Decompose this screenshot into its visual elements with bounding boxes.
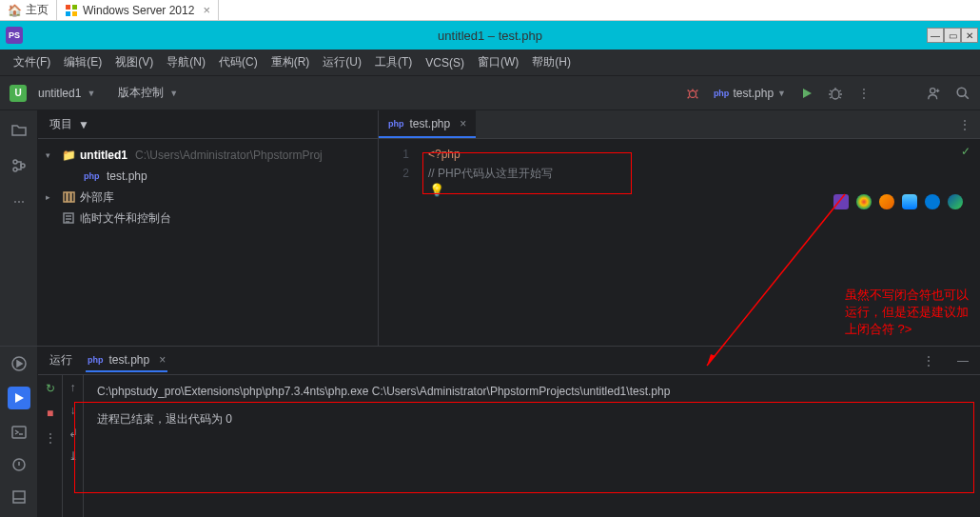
folder-icon: 📁	[61, 149, 76, 162]
project-name[interactable]: untitled1	[38, 87, 81, 100]
menu-navigate[interactable]: 导航(N)	[161, 50, 211, 74]
project-panel: 项目 ▼ ▾ 📁 untitled1 C:\Users\Administrato…	[38, 110, 379, 346]
project-badge-icon: U	[10, 85, 27, 102]
bottom-tool-rail	[0, 347, 38, 517]
left-tool-rail: ⋯	[0, 110, 38, 346]
menu-refactor[interactable]: 重构(R)	[265, 50, 316, 74]
svg-point-6	[931, 88, 935, 92]
maximize-button[interactable]: ▭	[944, 28, 961, 43]
code-line: <?php	[428, 145, 980, 164]
svg-rect-13	[71, 192, 74, 202]
chrome-icon[interactable]	[856, 194, 872, 209]
phpstorm-icon[interactable]	[833, 194, 849, 209]
inspection-ok-icon[interactable]: ✓	[961, 145, 970, 158]
console-blank	[97, 398, 967, 411]
editor-tab-more[interactable]: ⋮	[950, 110, 980, 138]
more-icon[interactable]: ⋮	[43, 430, 58, 446]
console-line: C:\phpstudy_pro\Extensions\php\php7.3.4n…	[97, 385, 967, 398]
browser-tab-windows-server[interactable]: Windows Server 2012 ×	[57, 0, 219, 20]
up-icon[interactable]: ↑	[70, 381, 76, 394]
main-toolbar: U untitled1 ▼ 版本控制 ▼ php test.php ▼ ⋮	[0, 76, 980, 110]
run-tab-testphp[interactable]: php test.php ×	[86, 349, 167, 372]
run-tab-label: test.php	[109, 353, 150, 367]
close-icon[interactable]: ×	[159, 353, 166, 367]
hide-panel-icon[interactable]: —	[957, 354, 969, 368]
edge-icon[interactable]	[948, 194, 963, 209]
run-panel: 运行 php test.php × ⋮ — ↻ ■ ⋮ ↑ ↓ ↲	[38, 347, 980, 517]
wrap-icon[interactable]: ↲	[69, 427, 78, 440]
expand-icon[interactable]: ▾	[46, 150, 57, 160]
browser-tab-strip: 🏠 主页 Windows Server 2012 ×	[0, 0, 980, 21]
search-icon[interactable]	[955, 86, 970, 101]
tab-label: test.php	[410, 117, 451, 130]
svg-point-8	[13, 160, 17, 164]
file-name: test.php	[107, 169, 147, 183]
tree-scratches[interactable]: 临时文件和控制台	[38, 208, 378, 229]
project-tool-icon[interactable]	[10, 120, 29, 139]
safari-icon[interactable]	[902, 194, 917, 209]
bug-sparkle-icon[interactable]	[685, 86, 700, 101]
rerun-icon[interactable]: ↻	[43, 381, 58, 396]
run-active-icon[interactable]	[8, 387, 30, 409]
console-output[interactable]: C:\phpstudy_pro\Extensions\php\php7.3.4n…	[84, 375, 980, 517]
code-editor[interactable]: 1 2 <?php // PHP代码从这里开始写 💡 ✓ 虽然不	[379, 139, 980, 346]
expand-icon[interactable]: ▸	[46, 192, 57, 202]
terminal-tool-icon[interactable]	[10, 423, 29, 442]
more-icon[interactable]: ⋮	[856, 86, 872, 101]
menu-code[interactable]: 代码(C)	[213, 50, 264, 74]
root-path: C:\Users\Administrator\PhpstormProj	[135, 149, 323, 162]
chevron-down-icon[interactable]: ▼	[78, 118, 89, 131]
php-icon: php	[84, 171, 103, 181]
run-tab-strip: 运行 php test.php × ⋮ —	[38, 347, 980, 375]
ie-icon[interactable]	[925, 194, 940, 209]
firefox-icon[interactable]	[879, 194, 894, 209]
menu-file[interactable]: 文件(F)	[8, 50, 56, 74]
php-icon: php	[88, 355, 104, 365]
close-button[interactable]: ✕	[961, 28, 978, 43]
editor-tab-testphp[interactable]: php test.php ×	[379, 110, 476, 138]
more-tool-icon[interactable]: ⋯	[10, 192, 29, 211]
tree-file-testphp[interactable]: php test.php	[38, 166, 378, 187]
problems-tool-icon[interactable]	[10, 455, 29, 474]
close-icon[interactable]: ×	[460, 117, 466, 130]
code-line: // PHP代码从这里开始写	[428, 164, 980, 183]
menu-help[interactable]: 帮助(H)	[526, 50, 577, 74]
collab-icon[interactable]	[927, 86, 942, 101]
annotation-text: 虽然不写闭合符也可以运行，但是还是建议加上闭合符 ?>	[845, 287, 980, 338]
menu-edit[interactable]: 编辑(E)	[58, 50, 108, 74]
editor-tab-strip: php test.php × ⋮	[379, 110, 980, 139]
menu-vcs[interactable]: VCS(S)	[420, 52, 470, 73]
run-config-label: test.php	[733, 87, 774, 100]
php-icon: php	[388, 119, 404, 129]
intention-bulb-icon[interactable]: 💡	[429, 181, 444, 200]
editor-area: php test.php × ⋮ 1 2 <?php // PHP代码从这里开始…	[379, 110, 980, 346]
run-side-toolbar: ↻ ■ ⋮	[38, 375, 63, 517]
chevron-down-icon[interactable]: ▼	[169, 89, 178, 98]
run-config-selector[interactable]: php test.php ▼	[714, 87, 786, 100]
minimize-button[interactable]: —	[927, 28, 944, 43]
vcs-label[interactable]: 版本控制	[118, 85, 164, 101]
scroll-icon[interactable]: ⤓	[69, 449, 78, 463]
menu-run[interactable]: 运行(U)	[317, 50, 367, 74]
browser-tab-home[interactable]: 🏠 主页	[0, 0, 57, 20]
run-tool-icon[interactable]	[10, 354, 29, 373]
line-gutter: 1 2	[379, 139, 417, 346]
menu-window[interactable]: 窗口(W)	[472, 50, 524, 74]
debug-icon[interactable]	[828, 86, 843, 101]
panel-title: 项目	[49, 116, 72, 132]
structure-tool-icon[interactable]	[10, 156, 29, 175]
tree-external-libs[interactable]: ▸ 外部库	[38, 187, 378, 208]
tree-root[interactable]: ▾ 📁 untitled1 C:\Users\Administrator\Php…	[38, 145, 378, 166]
down-icon[interactable]: ↓	[70, 404, 76, 417]
chevron-down-icon[interactable]: ▼	[87, 89, 95, 98]
run-more-icon[interactable]: ⋮	[923, 354, 934, 368]
menu-bar: 文件(F) 编辑(E) 视图(V) 导航(N) 代码(C) 重构(R) 运行(U…	[0, 50, 980, 76]
svg-rect-2	[66, 11, 70, 16]
stop-icon[interactable]: ■	[43, 406, 58, 421]
layout-tool-icon[interactable]	[10, 487, 29, 507]
run-icon[interactable]	[799, 86, 814, 101]
menu-view[interactable]: 视图(V)	[109, 50, 159, 74]
project-panel-header: 项目 ▼	[38, 110, 378, 139]
menu-tools[interactable]: 工具(T)	[369, 50, 418, 74]
close-icon[interactable]: ×	[203, 3, 210, 17]
